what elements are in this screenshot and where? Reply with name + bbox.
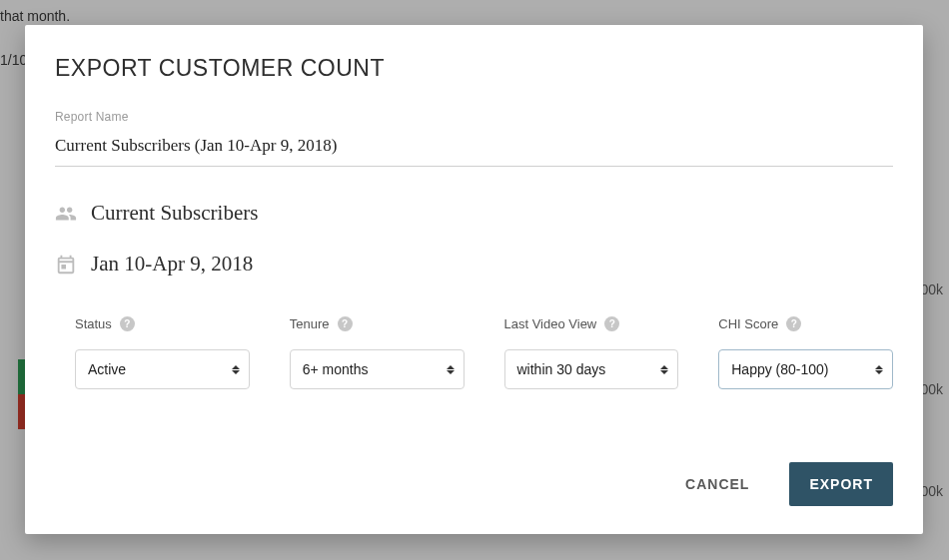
- subscribers-text: Current Subscribers: [91, 201, 258, 226]
- report-name-field: Report Name: [55, 110, 893, 167]
- date-range-text: Jan 10-Apr 9, 2018: [91, 252, 253, 277]
- status-select-value: Active: [88, 361, 126, 377]
- filter-tenure: Tenure ? 6+ months: [290, 316, 465, 389]
- chevron-updown-icon: [874, 362, 884, 376]
- status-select[interactable]: Active: [75, 349, 250, 389]
- modal-title: EXPORT CUSTOMER COUNT: [55, 55, 893, 82]
- filters-row: Status ? Active Tenure ? 6+ months Last …: [55, 316, 893, 389]
- help-icon[interactable]: ?: [786, 316, 801, 331]
- filter-tenure-label: Tenure: [290, 316, 330, 331]
- date-range-row: Jan 10-Apr 9, 2018: [55, 252, 893, 277]
- chi-select[interactable]: Happy (80-100): [718, 349, 893, 389]
- calendar-icon: [55, 254, 77, 276]
- chevron-updown-icon: [446, 362, 456, 376]
- modal-actions: CANCEL EXPORT: [665, 462, 893, 506]
- lastview-select[interactable]: within 30 days: [504, 349, 679, 389]
- cancel-button[interactable]: CANCEL: [665, 462, 769, 506]
- filter-chi: CHI Score ? Happy (80-100): [718, 316, 893, 389]
- export-modal: EXPORT CUSTOMER COUNT Report Name Curren…: [25, 25, 923, 534]
- export-button[interactable]: EXPORT: [789, 462, 893, 506]
- help-icon[interactable]: ?: [338, 316, 353, 331]
- chevron-updown-icon: [659, 362, 669, 376]
- people-icon: [55, 203, 77, 225]
- filter-lastview-label: Last Video View: [504, 316, 597, 331]
- lastview-select-value: within 30 days: [517, 361, 606, 377]
- report-name-label: Report Name: [55, 110, 893, 124]
- chi-select-value: Happy (80-100): [731, 361, 828, 377]
- tenure-select[interactable]: 6+ months: [290, 349, 465, 389]
- subscribers-row: Current Subscribers: [55, 201, 893, 226]
- filter-lastview: Last Video View ? within 30 days: [504, 316, 679, 389]
- help-icon[interactable]: ?: [604, 316, 619, 331]
- filter-status: Status ? Active: [75, 316, 250, 389]
- report-name-input[interactable]: [55, 130, 893, 167]
- chevron-updown-icon: [231, 362, 241, 376]
- tenure-select-value: 6+ months: [303, 361, 369, 377]
- help-icon[interactable]: ?: [120, 316, 135, 331]
- filter-status-label: Status: [75, 316, 112, 331]
- filter-chi-label: CHI Score: [718, 316, 778, 331]
